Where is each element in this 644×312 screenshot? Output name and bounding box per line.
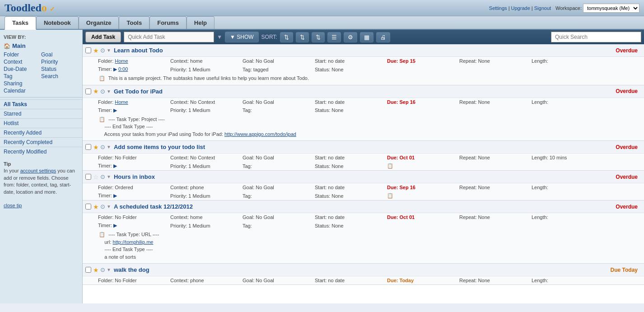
task-star-2[interactable]: ★ [93,88,99,95]
timer-play-2[interactable]: ▶ [113,107,117,113]
task-title-1[interactable]: Learn about Todo [114,47,616,54]
task-title-4[interactable]: Hours in inbox [114,173,616,180]
task-status-4: Status: None [313,193,385,199]
task-notes-link-5[interactable]: http://tomphilip.me [113,239,154,245]
task-arrow-2: ▼ [107,89,111,94]
task-star-5[interactable]: ★ [93,203,99,210]
task-star-3[interactable]: ★ [93,144,99,151]
sidebar-recently-completed[interactable]: Recently Completed [0,137,82,147]
edit-columns-btn[interactable]: ☰ [327,32,341,42]
settings-btn[interactable]: ⚙ [344,32,357,42]
sidebar-link-duedate[interactable]: Due-Date [4,65,41,73]
task-complete-btn-5[interactable]: ⊙ [100,203,105,210]
task-star-6[interactable]: ★ [93,266,99,274]
tab-tools[interactable]: Tools [119,16,149,29]
sidebar-link-priority[interactable]: Priority [41,58,79,65]
main-layout: VIEW BY: 🏠 Main Folder Goal Context Prio… [0,30,644,303]
task-goal-5: Goal: No Goal [241,214,313,220]
task-checkbox-4[interactable] [85,174,91,180]
task-checkbox-6[interactable] [85,267,91,273]
timer-play-5[interactable]: ▶ [113,223,117,228]
tab-help[interactable]: Help [187,16,215,29]
task-repeat-3: Repeat: None [457,154,530,161]
sidebar-link-tag[interactable]: Tag [4,73,41,80]
task-title-6[interactable]: walk the dog [114,266,611,273]
show-button[interactable]: ▼ SHOW [225,32,259,42]
task-length-4: Length: [530,184,602,191]
workspace-select[interactable]: tommysqueak (Me) [583,4,639,13]
task-tag-3: Tag: [241,163,313,169]
grid-btn[interactable]: ▦ [360,32,373,42]
task-notes-5: 📋 ---- Task Type: URL ---- url: http://t… [83,230,644,263]
task-complete-btn-3[interactable]: ⊙ [100,144,105,150]
workspace-container: Workspace: tommysqueak (Me) [555,4,639,13]
quick-add-input[interactable] [124,32,214,42]
settings-link[interactable]: Settings [489,5,507,11]
task-details-1b: Timer: ▶ 0:00 Priority: 1 Medium Tag: ta… [83,65,644,74]
tip-title: Tip [4,161,11,167]
task-complete-btn-1[interactable]: ⊙ [100,47,105,54]
quick-search-input[interactable] [551,32,641,42]
timer-play-1[interactable]: ▶ [113,66,117,72]
task-folder-link-1[interactable]: Home [115,58,128,64]
task-tag-1: Tag: tagged [241,66,313,73]
task-complete-btn-2[interactable]: ⊙ [100,88,105,95]
timer-play-3[interactable]: ▶ [113,163,117,168]
account-settings-link[interactable]: account settings [20,168,56,173]
sidebar-main-link[interactable]: Main [12,42,26,49]
task-folder-2: Folder: Home [96,99,168,105]
tab-notebook[interactable]: Notebook [36,16,79,29]
close-tip-link[interactable]: close tip [4,203,22,208]
sort-btn-3[interactable]: ⇅ [312,32,325,42]
sidebar-link-search[interactable]: Search [41,73,79,80]
sidebar-hotlist[interactable]: Hotlist [0,118,82,128]
task-context-2: Context: No Context [168,99,241,105]
add-task-button[interactable]: Add Task [85,32,121,42]
tab-organize[interactable]: Organize [79,16,119,29]
task-complete-btn-4[interactable]: ⊙ [100,173,105,180]
sidebar-link-sharing[interactable]: Sharing [4,80,41,87]
sidebar-all-tasks[interactable]: All Tasks [0,99,82,109]
task-title-2[interactable]: Get Todo for iPad [114,88,616,95]
task-details-4a: Folder: Ordered Context: phone Goal: No … [83,183,644,191]
sidebar-link-calendar[interactable]: Calendar [4,87,41,94]
task-group-5: ★ ⊙ ▼ A scheduled task 12/12/2012 Overdu… [83,200,644,264]
task-checkbox-2[interactable] [85,88,91,94]
task-due-3: Due: Oct 01 [385,154,457,161]
tab-forums[interactable]: Forums [149,16,187,29]
task-folder-5: Folder: No Folder [96,214,168,220]
task-title-5[interactable]: A scheduled task 12/12/2012 [114,203,616,210]
workspace-label: Workspace: [555,5,582,11]
sidebar-link-folder[interactable]: Folder [4,51,41,58]
sidebar-starred[interactable]: Starred [0,109,82,118]
task-checkbox-1[interactable] [85,47,91,53]
sidebar-recently-modified[interactable]: Recently Modified [0,147,82,156]
upgrade-link[interactable]: Upgrade [511,5,530,11]
notes-icon-2: 📋 [99,116,105,122]
task-folder-link-2[interactable]: Home [115,99,128,105]
timer-time-1[interactable]: 0:00 [118,66,128,72]
sidebar-recently-added[interactable]: Recently Added [0,128,82,137]
sidebar-link-context[interactable]: Context [4,58,41,65]
sidebar-link-status[interactable]: Status [41,65,79,73]
task-arrow-3: ▼ [107,144,111,149]
notes-icon-5: 📋 [99,232,105,237]
task-main-row-1: ★ ⊙ ▼ Learn about Todo Overdue [83,44,644,57]
task-status-1: Status: None [313,66,385,73]
task-status-5: Status: None [313,223,385,229]
task-star-1[interactable]: ★ [93,47,99,54]
sidebar-link-goal[interactable]: Goal [41,51,79,58]
signout-link[interactable]: Signout [534,5,551,11]
sort-btn-2[interactable]: ⇅ [296,32,309,42]
timer-play-4[interactable]: ▶ [113,193,117,198]
nav-tabs: Tasks Notebook Organize Tools Forums Hel… [0,16,644,30]
task-title-3[interactable]: Add some items to your todo list [114,144,616,150]
print-btn[interactable]: 🖨 [376,32,390,42]
task-checkbox-3[interactable] [85,144,91,150]
task-notes-link-2[interactable]: http://www.appigo.com/todo/ipad [224,131,296,137]
task-complete-btn-6[interactable]: ⊙ [100,266,105,273]
tab-tasks[interactable]: Tasks [5,16,36,30]
task-star-4[interactable]: ☆ [93,173,99,181]
sort-btn-1[interactable]: ⇅ [280,32,293,42]
task-checkbox-5[interactable] [85,204,91,210]
